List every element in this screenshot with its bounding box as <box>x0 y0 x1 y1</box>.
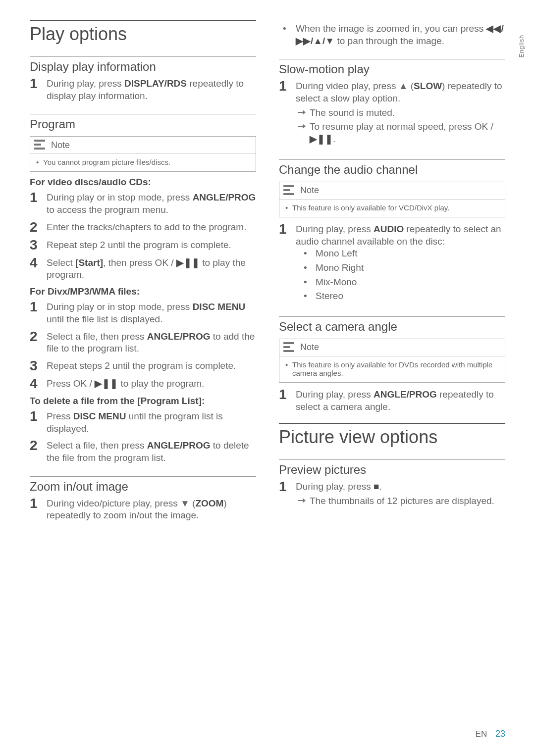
step: 1 During play, press DISPLAY/RDS repeate… <box>30 77 256 102</box>
note-icon <box>34 140 47 151</box>
result-item: To resume play at normal speed, press OK… <box>296 121 505 145</box>
note-icon <box>283 342 296 353</box>
heading-play-options: Play options <box>30 20 256 45</box>
step: 2 Select a file, then press ANGLE/PROG t… <box>30 439 256 464</box>
step: 1 During play or in stop mode, press ANG… <box>30 191 256 216</box>
footer-lang: EN <box>476 729 487 739</box>
option-item: Mono Right <box>296 262 505 274</box>
note-title: Note <box>300 185 319 196</box>
note-item: You cannot program picture files/discs. <box>36 158 250 166</box>
note-item: This feature is only available for DVDs … <box>285 360 499 377</box>
step: 3 Repeat steps 2 until the program is co… <box>30 359 256 373</box>
heading-picture-view-options: Picture view options <box>279 423 505 448</box>
note-box: Note You cannot program picture files/di… <box>30 136 256 172</box>
heading-preview-pictures: Preview pictures <box>279 459 505 477</box>
heading-display-play-info: Display play information <box>30 56 256 74</box>
subheading-divx-mp3-wma: For Divx/MP3/WMA files: <box>30 286 256 297</box>
step: 1 During play, press ANGLE/PROG repeated… <box>279 388 505 413</box>
left-column: Play options Display play information 1 … <box>30 20 256 526</box>
footer-page-number: 23 <box>495 729 505 739</box>
step-number: 1 <box>30 77 47 91</box>
step: 2 Enter the tracks/chapters to add to th… <box>30 220 256 234</box>
option-item: Mono Left <box>296 248 505 260</box>
note-box: Note This feature is only available for … <box>279 182 505 217</box>
subheading-delete-file: To delete a file from the [Program List]… <box>30 396 256 406</box>
language-tab: English <box>518 35 525 57</box>
note-title: Note <box>51 140 70 151</box>
subheading-video-audio-cds: For video discs/audio CDs: <box>30 177 256 188</box>
heading-camera-angle: Select a camera angle <box>279 316 505 334</box>
step: 3 Repeat step 2 until the program is com… <box>30 238 256 252</box>
continuation-bullet: • When the image is zoomed in, you can p… <box>279 23 505 47</box>
heading-zoom: Zoom in/out image <box>30 476 256 494</box>
step: 1 During play or in stop mode, press DIS… <box>30 300 256 325</box>
note-box: Note This feature is only available for … <box>279 339 505 383</box>
step-text: During play, press DISPLAY/RDS repeatedl… <box>47 77 256 102</box>
note-item: This feature is only available for VCD/D… <box>285 203 499 212</box>
page-footer: EN 23 <box>476 729 505 739</box>
note-icon <box>283 185 296 196</box>
result-item: The thumbnails of 12 pictures are displa… <box>296 495 505 507</box>
option-item: Mix-Mono <box>296 276 505 289</box>
step: 1 During play, press AUDIO repeatedly to… <box>279 222 505 304</box>
step: 4 Select [Start], then press OK / ▶❚❚ to… <box>30 256 256 281</box>
heading-program: Program <box>30 114 256 131</box>
step: 1 During play, press ■. The thumbnails o… <box>279 480 505 509</box>
right-column: • When the image is zoomed in, you can p… <box>279 20 505 526</box>
step: 1 During video play, press ▲ (SLOW) repe… <box>279 79 505 147</box>
option-item: Stereo <box>296 290 505 302</box>
result-item: The sound is muted. <box>296 107 505 119</box>
step: 4 Press OK / ▶❚❚ to play the program. <box>30 377 256 391</box>
step: 1 During video/picture play, press ▼ (ZO… <box>30 497 256 522</box>
heading-slow-motion: Slow-motion play <box>279 59 505 76</box>
step: 1 Press DISC MENU until the program list… <box>30 409 256 435</box>
page-columns: Play options Display play information 1 … <box>30 20 505 526</box>
step: 2 Select a file, then press ANGLE/PROG t… <box>30 330 256 355</box>
heading-audio-channel: Change the audio channel <box>279 159 505 177</box>
note-title: Note <box>300 342 319 353</box>
